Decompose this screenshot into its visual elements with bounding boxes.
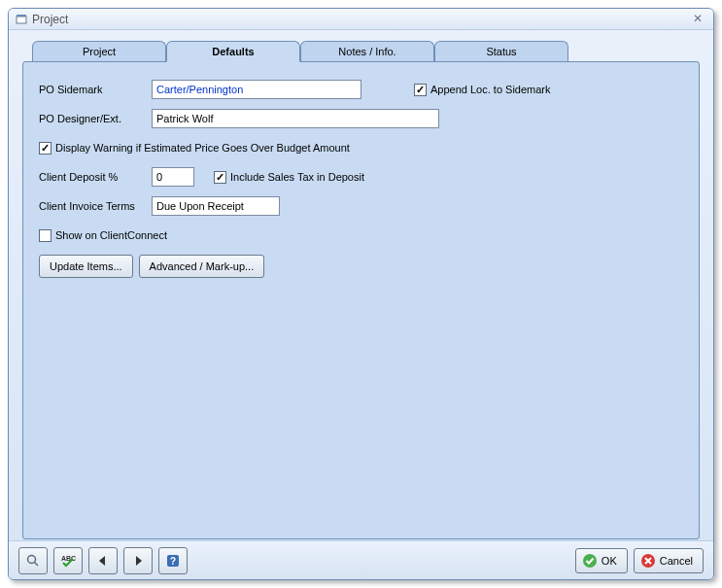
triangle-left-icon	[97, 555, 109, 567]
advanced-markup-button[interactable]: Advanced / Mark-up...	[139, 255, 265, 278]
svg-text:ABC: ABC	[61, 555, 76, 562]
checkbox-icon	[39, 229, 52, 242]
show-clientconnect-label: Show on ClientConnect	[55, 229, 167, 241]
magnifier-icon	[25, 553, 41, 569]
dialog-footer: ABC ? OK Cancel	[9, 540, 713, 579]
svg-point-2	[28, 555, 36, 563]
titlebar: Project ✕	[9, 9, 713, 30]
svg-line-3	[35, 562, 39, 566]
svg-marker-5	[99, 556, 105, 566]
spellcheck-icon: ABC	[60, 553, 76, 569]
window-title: Project	[32, 13, 68, 26]
defaults-panel: PO Sidemark ✓ Append Loc. to Sidemark PO…	[22, 61, 700, 539]
cancel-button[interactable]: Cancel	[634, 548, 704, 573]
help-button[interactable]: ?	[158, 547, 188, 574]
ok-button[interactable]: OK	[575, 548, 628, 573]
cancel-label: Cancel	[660, 555, 693, 567]
project-dialog: Project ✕ Project Defaults Notes / Info.…	[8, 8, 714, 580]
po-designer-label: PO Designer/Ext.	[39, 113, 152, 124]
client-deposit-label: Client Deposit %	[39, 171, 152, 183]
display-warning-checkbox[interactable]: ✓ Display Warning if Estimated Price Goe…	[39, 142, 350, 155]
prev-button[interactable]	[88, 547, 118, 574]
include-sales-tax-label: Include Sales Tax in Deposit	[230, 171, 364, 183]
show-clientconnect-checkbox[interactable]: Show on ClientConnect	[39, 229, 167, 242]
close-icon[interactable]: ✕	[688, 12, 707, 27]
po-designer-input[interactable]	[152, 109, 439, 128]
po-sidemark-label: PO Sidemark	[39, 84, 152, 95]
append-loc-checkbox[interactable]: ✓ Append Loc. to Sidemark	[414, 84, 551, 96]
help-icon: ?	[165, 553, 181, 569]
po-sidemark-input[interactable]	[152, 80, 361, 99]
svg-rect-0	[17, 17, 26, 23]
tabstrip: Project Defaults Notes / Info. Status	[32, 40, 700, 61]
tab-project[interactable]: Project	[32, 41, 166, 62]
ok-check-icon	[582, 553, 598, 569]
tab-status[interactable]: Status	[434, 41, 568, 62]
spellcheck-button[interactable]: ABC	[53, 547, 83, 574]
tab-defaults[interactable]: Defaults	[166, 41, 300, 62]
triangle-right-icon	[132, 555, 144, 567]
include-sales-tax-checkbox[interactable]: ✓ Include Sales Tax in Deposit	[214, 171, 364, 184]
svg-rect-1	[17, 15, 26, 17]
search-button[interactable]	[18, 547, 48, 574]
ok-label: OK	[602, 555, 617, 567]
svg-marker-6	[136, 556, 142, 566]
client-invoice-terms-input[interactable]	[152, 196, 280, 216]
client-deposit-input[interactable]	[152, 167, 194, 187]
checkbox-icon: ✓	[214, 171, 226, 184]
append-loc-label: Append Loc. to Sidemark	[430, 84, 551, 95]
app-icon	[15, 13, 28, 26]
client-invoice-terms-label: Client Invoice Terms	[39, 200, 152, 212]
checkbox-icon: ✓	[39, 142, 52, 155]
checkbox-icon: ✓	[414, 84, 427, 96]
update-items-button[interactable]: Update Items...	[39, 255, 133, 278]
cancel-x-icon	[640, 553, 656, 569]
tab-notes-info[interactable]: Notes / Info.	[300, 41, 434, 62]
svg-text:?: ?	[170, 556, 176, 567]
display-warning-label: Display Warning if Estimated Price Goes …	[55, 142, 350, 154]
next-button[interactable]	[123, 547, 153, 574]
